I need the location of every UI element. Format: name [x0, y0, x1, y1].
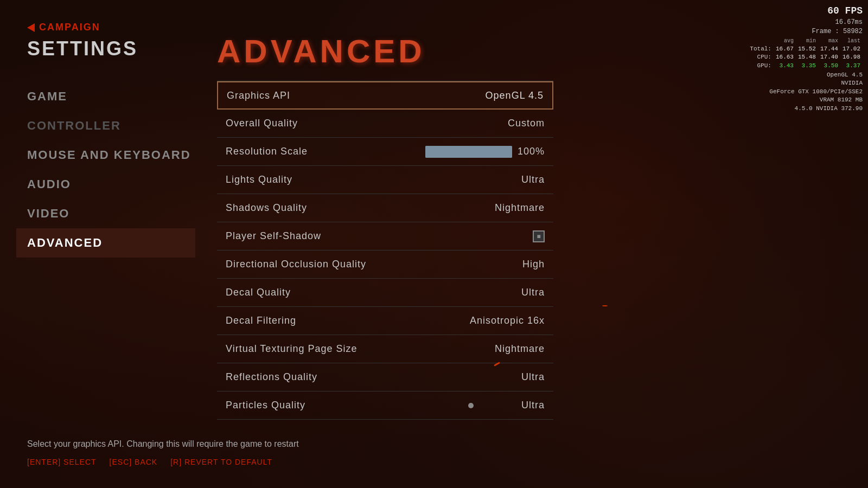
- main-content: ADVANCED Graphics API OpenGL 4.5 Overall…: [217, 33, 868, 488]
- sidebar-item-mouse-keyboard[interactable]: MOUSE AND KEYBOARD: [27, 140, 195, 170]
- control-r-revert[interactable]: [R] REVERT TO DEFAULT: [170, 458, 272, 466]
- setting-name-reflections-quality: Reflections Quality: [226, 371, 317, 383]
- setting-row-graphics-api[interactable]: Graphics API OpenGL 4.5: [217, 81, 553, 110]
- setting-value-lights-quality: Ultra: [521, 174, 545, 185]
- nav-menu: GAME CONTROLLER MOUSE AND KEYBOARD AUDIO…: [27, 82, 195, 258]
- back-arrow-icon: [27, 23, 35, 32]
- setting-value-resolution-scale: 100%: [518, 146, 545, 157]
- setting-value-virtual-texturing: Nightmare: [495, 343, 545, 355]
- sidebar-item-video[interactable]: VIDEO: [27, 199, 195, 228]
- setting-row-shadows-quality[interactable]: Shadows Quality Nightmare: [217, 194, 553, 222]
- resolution-bar-fill: [425, 146, 512, 158]
- setting-row-overall-quality[interactable]: Overall Quality Custom: [217, 110, 553, 138]
- setting-value-decal-filtering: Anisotropic 16x: [470, 315, 545, 326]
- sidebar-item-advanced[interactable]: ADVANCED: [16, 228, 195, 258]
- setting-row-decal-quality[interactable]: Decal Quality Ultra: [217, 279, 553, 307]
- setting-name-directional-occlusion: Directional Occlusion Quality: [226, 259, 366, 270]
- fps-counter: 60 FPS: [748, 4, 863, 18]
- setting-row-lights-quality[interactable]: Lights Quality Ultra: [217, 166, 553, 194]
- particles-value-container: Ultra: [468, 400, 545, 411]
- sidebar-item-audio[interactable]: AUDIO: [27, 170, 195, 199]
- setting-row-particles-quality[interactable]: Particles Quality Ultra: [217, 391, 553, 420]
- setting-name-decal-filtering: Decal Filtering: [226, 315, 296, 326]
- control-esc-back[interactable]: [ESC] BACK: [110, 458, 158, 466]
- back-button[interactable]: CAMPAIGN: [27, 22, 195, 33]
- setting-name-resolution-scale: Resolution Scale: [226, 146, 308, 157]
- particles-dot-icon: [468, 403, 474, 408]
- page-title: ADVANCED: [217, 33, 868, 70]
- setting-value-decal-quality: Ultra: [521, 287, 545, 298]
- setting-value-particles-quality: Ultra: [521, 400, 545, 411]
- campaign-back-label: CAMPAIGN: [39, 22, 100, 33]
- setting-name-shadows-quality: Shadows Quality: [226, 202, 307, 214]
- frame-time: 16.67ms: [748, 18, 863, 27]
- setting-name-lights-quality: Lights Quality: [226, 174, 292, 185]
- setting-value-overall-quality: Custom: [508, 118, 545, 129]
- footer-controls: [ENTER] SELECT [ESC] BACK [R] REVERT TO …: [27, 458, 868, 466]
- sidebar-title: SETTINGS: [27, 37, 195, 60]
- resolution-bar[interactable]: [425, 146, 512, 158]
- footer-hint: Select your graphics API. Changing this …: [27, 439, 868, 449]
- setting-row-directional-occlusion[interactable]: Directional Occlusion Quality High: [217, 251, 553, 279]
- setting-name-particles-quality: Particles Quality: [226, 400, 305, 411]
- setting-value-directional-occlusion: High: [522, 259, 545, 270]
- setting-row-virtual-texturing[interactable]: Virtual Texturing Page Size Nightmare: [217, 335, 553, 363]
- settings-list: Graphics API OpenGL 4.5 Overall Quality …: [217, 81, 553, 420]
- setting-name-overall-quality: Overall Quality: [226, 118, 298, 129]
- setting-row-decal-filtering[interactable]: Decal Filtering Anisotropic 16x: [217, 307, 553, 335]
- setting-value-reflections-quality: Ultra: [521, 371, 545, 383]
- setting-row-reflections-quality[interactable]: Reflections Quality Ultra: [217, 363, 553, 391]
- sidebar-item-game[interactable]: GAME: [27, 82, 195, 111]
- setting-value-graphics-api: OpenGL 4.5: [486, 90, 544, 101]
- sidebar-item-controller[interactable]: CONTROLLER: [27, 111, 195, 140]
- setting-name-decal-quality: Decal Quality: [226, 287, 291, 298]
- player-self-shadow-checkbox[interactable]: [533, 230, 545, 242]
- setting-value-shadows-quality: Nightmare: [495, 202, 545, 214]
- control-enter-select[interactable]: [ENTER] SELECT: [27, 458, 97, 466]
- setting-name-player-self-shadow: Player Self-Shadow: [226, 230, 321, 242]
- footer: Select your graphics API. Changing this …: [27, 439, 868, 466]
- sidebar: CAMPAIGN SETTINGS GAME CONTROLLER MOUSE …: [0, 0, 212, 488]
- setting-row-player-self-shadow[interactable]: Player Self-Shadow: [217, 222, 553, 251]
- setting-name-virtual-texturing: Virtual Texturing Page Size: [226, 343, 357, 355]
- setting-row-resolution-scale[interactable]: Resolution Scale 100%: [217, 138, 553, 166]
- resolution-bar-container: 100%: [425, 146, 545, 158]
- setting-name-graphics-api: Graphics API: [227, 90, 290, 101]
